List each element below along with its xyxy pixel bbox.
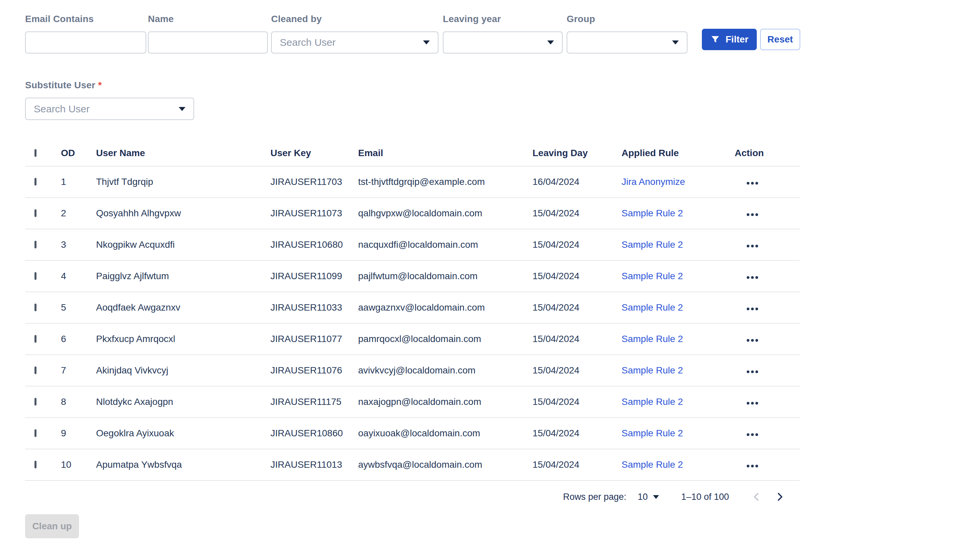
filter-button[interactable]: Filter bbox=[702, 29, 757, 50]
cleaned-by-select[interactable]: Search User bbox=[271, 31, 438, 53]
leaving-day-cell: 15/04/2024 bbox=[533, 396, 621, 407]
leaving-day-cell: 15/04/2024 bbox=[533, 271, 621, 282]
next-page-button[interactable] bbox=[772, 489, 788, 505]
user-key-cell: JIRAUSER11073 bbox=[270, 208, 358, 219]
reset-button-label: Reset bbox=[768, 34, 793, 45]
email-cell: oayixuoak@localdomain.com bbox=[358, 428, 533, 439]
row-actions-menu-button[interactable] bbox=[745, 461, 760, 471]
applied-rule-link[interactable]: Sample Rule 2 bbox=[621, 334, 683, 344]
email-cell: pajlfwtum@localdomain.com bbox=[358, 271, 533, 282]
table-row: 9 Oegoklra Ayixuoak JIRAUSER10860 oayixu… bbox=[25, 418, 800, 449]
ellipsis-icon bbox=[747, 245, 749, 247]
applied-rule-link[interactable]: Sample Rule 2 bbox=[621, 365, 683, 375]
table-row: 4 Paigglvz Ajlfwtum JIRAUSER11099 pajlfw… bbox=[25, 261, 800, 292]
pagination-bar: Rows per page: 10 1–10 of 100 bbox=[25, 487, 800, 507]
table-header-row: OD User Name User Key Email Leaving Day … bbox=[25, 140, 800, 167]
email-cell: tst-thjvtftdgrqip@example.com bbox=[358, 176, 533, 187]
filter-funnel-icon bbox=[710, 34, 720, 45]
od-cell: 5 bbox=[55, 302, 96, 313]
clean-up-button[interactable]: Clean up bbox=[25, 514, 79, 538]
user-name-cell: Akinjdaq Vivkvcyj bbox=[96, 365, 270, 376]
od-cell: 6 bbox=[55, 334, 96, 344]
od-cell: 2 bbox=[55, 208, 96, 219]
chevron-left-icon bbox=[751, 491, 762, 502]
leaving-day-cell: 15/04/2024 bbox=[533, 459, 621, 470]
od-cell: 8 bbox=[55, 396, 96, 407]
row-actions-menu-button[interactable] bbox=[745, 241, 760, 251]
row-checkbox[interactable] bbox=[34, 178, 37, 186]
user-key-cell: JIRAUSER11703 bbox=[270, 176, 358, 187]
column-header-action: Action bbox=[735, 148, 800, 159]
applied-rule-link[interactable]: Sample Rule 2 bbox=[621, 396, 683, 407]
group-select[interactable] bbox=[566, 31, 687, 53]
chevron-down-icon bbox=[423, 40, 430, 45]
row-actions-menu-button[interactable] bbox=[745, 430, 760, 440]
user-name-cell: Paigglvz Ajlfwtum bbox=[96, 271, 270, 282]
applied-rule-link[interactable]: Sample Rule 2 bbox=[621, 208, 683, 218]
row-checkbox[interactable] bbox=[34, 209, 37, 217]
applied-rule-link[interactable]: Jira Anonymize bbox=[621, 176, 685, 187]
user-key-cell: JIRAUSER11033 bbox=[270, 302, 358, 313]
leaving-day-cell: 15/04/2024 bbox=[533, 428, 621, 439]
ellipsis-icon bbox=[747, 433, 749, 436]
row-actions-menu-button[interactable] bbox=[745, 304, 760, 314]
leaving-day-cell: 15/04/2024 bbox=[533, 239, 621, 250]
ellipsis-icon bbox=[747, 339, 749, 342]
email-cell: pamrqocxl@localdomain.com bbox=[358, 334, 533, 344]
users-table: OD User Name User Key Email Leaving Day … bbox=[25, 140, 800, 481]
user-key-cell: JIRAUSER10680 bbox=[270, 239, 358, 250]
email-contains-input[interactable] bbox=[25, 31, 146, 53]
od-cell: 7 bbox=[55, 365, 96, 376]
pagination-range: 1–10 of 100 bbox=[681, 492, 729, 502]
user-key-cell: JIRAUSER11077 bbox=[270, 334, 358, 344]
email-cell: aywbsfvqa@localdomain.com bbox=[358, 459, 533, 470]
row-actions-menu-button[interactable] bbox=[745, 367, 760, 377]
email-cell: nacquxdfi@localdomain.com bbox=[358, 239, 533, 250]
table-row: 7 Akinjdaq Vivkvcyj JIRAUSER11076 avivkv… bbox=[25, 355, 800, 387]
leaving-year-select[interactable] bbox=[443, 31, 563, 53]
row-checkbox[interactable] bbox=[34, 366, 37, 374]
row-actions-menu-button[interactable] bbox=[745, 399, 760, 408]
leaving-day-cell: 15/04/2024 bbox=[533, 302, 621, 313]
row-actions-menu-button[interactable] bbox=[745, 178, 760, 188]
applied-rule-link[interactable]: Sample Rule 2 bbox=[621, 428, 683, 438]
row-actions-menu-button[interactable] bbox=[745, 336, 760, 345]
cleaned-by-label: Cleaned by bbox=[271, 13, 438, 25]
email-cell: aawgaznxv@localdomain.com bbox=[358, 302, 533, 313]
column-header-user-name: User Name bbox=[96, 148, 270, 159]
column-header-user-key: User Key bbox=[270, 148, 358, 159]
ellipsis-icon bbox=[747, 402, 749, 404]
row-actions-menu-button[interactable] bbox=[745, 210, 760, 219]
rows-per-page-select[interactable]: 10 bbox=[637, 492, 659, 502]
applied-rule-link[interactable]: Sample Rule 2 bbox=[621, 459, 683, 470]
clean-up-button-label: Clean up bbox=[32, 521, 72, 531]
column-header-email: Email bbox=[358, 148, 533, 159]
row-actions-menu-button[interactable] bbox=[745, 273, 760, 282]
applied-rule-link[interactable]: Sample Rule 2 bbox=[621, 239, 683, 250]
applied-rule-link[interactable]: Sample Rule 2 bbox=[621, 271, 683, 281]
table-row: 3 Nkogpikw Acquxdfi JIRAUSER10680 nacqux… bbox=[25, 229, 800, 261]
user-name-cell: Aoqdfaek Awgaznxv bbox=[96, 302, 270, 313]
chevron-down-icon bbox=[653, 495, 659, 499]
leaving-day-cell: 15/04/2024 bbox=[533, 208, 621, 219]
column-header-applied-rule: Applied Rule bbox=[621, 148, 735, 159]
previous-page-button[interactable] bbox=[748, 489, 764, 505]
applied-rule-link[interactable]: Sample Rule 2 bbox=[621, 302, 683, 313]
select-all-checkbox[interactable] bbox=[34, 149, 37, 157]
reset-button[interactable]: Reset bbox=[760, 29, 800, 50]
required-asterisk: * bbox=[98, 80, 102, 90]
row-checkbox[interactable] bbox=[34, 335, 37, 343]
substitute-user-select[interactable]: Search User bbox=[25, 98, 194, 120]
row-checkbox[interactable] bbox=[34, 429, 37, 437]
table-row: 1 Thjvtf Tdgrqip JIRAUSER11703 tst-thjvt… bbox=[25, 167, 800, 198]
row-checkbox[interactable] bbox=[34, 398, 37, 406]
row-checkbox[interactable] bbox=[34, 461, 37, 468]
column-header-od: OD bbox=[55, 148, 96, 159]
row-checkbox[interactable] bbox=[34, 303, 37, 311]
ellipsis-icon bbox=[747, 308, 749, 310]
table-row: 6 Pkxfxucp Amrqocxl JIRAUSER11077 pamrqo… bbox=[25, 324, 800, 355]
row-checkbox[interactable] bbox=[34, 241, 37, 249]
name-input[interactable] bbox=[148, 31, 268, 53]
row-checkbox[interactable] bbox=[34, 272, 37, 280]
filter-field-email-contains: Email Contains bbox=[25, 13, 146, 53]
